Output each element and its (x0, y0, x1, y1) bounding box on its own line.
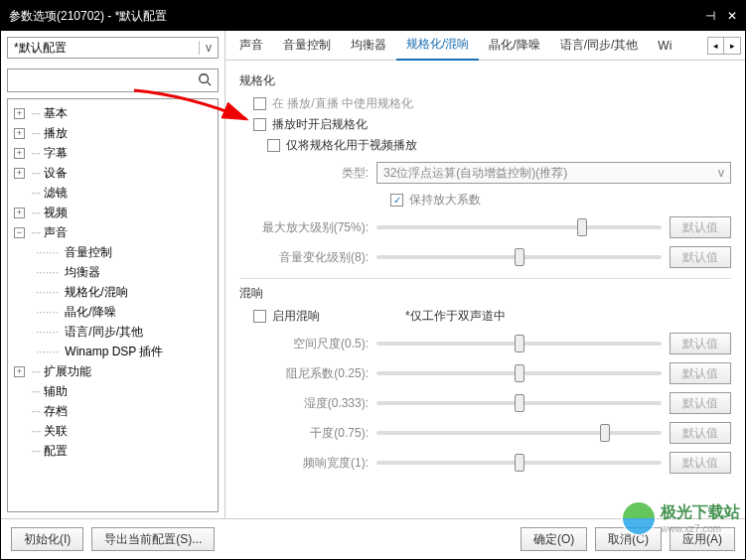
tree-item[interactable]: ····存档 (14, 401, 218, 421)
tree-item-label: 规格化/混响 (65, 282, 127, 302)
vol-change-label: 音量变化级别(8): (239, 249, 369, 266)
tree-item[interactable]: ·······音量控制 (36, 242, 218, 262)
tab[interactable]: 声音 (229, 31, 273, 60)
tree-item-label: 均衡器 (65, 262, 100, 282)
room-default-button[interactable]: 默认值 (670, 333, 731, 354)
cancel-button[interactable]: 取消(C) (595, 527, 662, 551)
tree-item-label: 扩展功能 (44, 361, 91, 381)
search-input-wrap (7, 69, 219, 92)
apply-button[interactable]: 应用(A) (670, 527, 735, 551)
vol-change-default-button[interactable]: 默认值 (670, 246, 731, 268)
dry-slider[interactable] (376, 431, 662, 435)
init-button[interactable]: 初始化(I) (11, 527, 83, 551)
expand-icon[interactable]: + (14, 168, 25, 179)
chk-enable-reverb[interactable]: 启用混响 *仅工作于双声道中 (239, 308, 731, 325)
damp-slider[interactable] (376, 371, 662, 375)
expand-icon[interactable]: + (14, 366, 25, 377)
tree-item[interactable]: ····配置 (14, 441, 218, 461)
width-default-button[interactable]: 默认值 (670, 452, 731, 474)
expand-icon[interactable]: + (14, 148, 25, 159)
nav-tree: +····基本+····播放+····字幕+····设备····滤镜+····视… (8, 103, 218, 461)
tree-item[interactable]: ····辅助 (14, 381, 218, 401)
profile-select[interactable]: *默认配置 v (7, 37, 219, 59)
tab[interactable]: 音量控制 (273, 31, 341, 60)
room-label: 空间尺度(0.5): (239, 336, 369, 352)
tree-item[interactable]: −····声音 (14, 222, 218, 242)
chevron-down-icon: v (199, 41, 212, 55)
tab[interactable]: 语言/同步/其他 (550, 31, 649, 60)
tree-item-label: 视频 (44, 203, 68, 222)
tree-item[interactable]: ·······Winamp DSP 插件 (36, 342, 218, 361)
chk-enable-on-play[interactable]: 播放时开启规格化 (239, 116, 731, 133)
tab[interactable]: Wi (648, 33, 681, 59)
tree-item-label: 存档 (44, 401, 68, 421)
footer: 初始化(I) 导出当前配置(S)... 确定(O) 取消(C) 应用(A) (1, 518, 745, 559)
pin-icon[interactable]: ⊣ (705, 9, 715, 23)
wet-default-button[interactable]: 默认值 (670, 392, 731, 414)
room-slider[interactable] (376, 342, 662, 346)
tree-item-label: 设备 (44, 163, 68, 183)
tree-item-label: 字幕 (44, 143, 68, 163)
max-amp-slider[interactable] (376, 225, 662, 229)
tree-item[interactable]: +····播放 (14, 123, 218, 143)
tree-item[interactable]: ····关联 (14, 421, 218, 441)
tree-item[interactable]: +····基本 (14, 103, 218, 123)
search-icon[interactable] (198, 72, 212, 89)
tree-item-label: 配置 (44, 441, 68, 461)
max-amp-default-button[interactable]: 默认值 (670, 216, 731, 238)
profile-selected-label: *默认配置 (14, 40, 67, 57)
width-slider[interactable] (376, 461, 662, 465)
damp-default-button[interactable]: 默认值 (670, 362, 731, 384)
chk-keep-factor[interactable]: ✓ 保持放大系数 (239, 192, 731, 209)
tree-item-label: 播放 (44, 123, 68, 143)
damp-label: 阻尼系数(0.25): (239, 365, 369, 382)
expand-icon[interactable]: + (14, 128, 25, 139)
checkbox-icon (253, 118, 266, 131)
checkbox-icon (253, 310, 266, 323)
tree-item[interactable]: ····滤镜 (14, 183, 218, 203)
chk-use-in-play[interactable]: 在 播放/直播 中使用规格化 (239, 95, 731, 112)
width-label: 频响宽度(1): (239, 455, 369, 472)
export-button[interactable]: 导出当前配置(S)... (91, 527, 215, 551)
tree-item-label: 基本 (44, 103, 68, 123)
tree-item[interactable]: ·······晶化/降噪 (36, 302, 218, 322)
tab-scroll-right-icon[interactable]: ▸ (724, 38, 740, 54)
tree-item-label: Winamp DSP 插件 (65, 342, 163, 361)
max-amp-label: 最大放大级别(75%): (239, 219, 369, 236)
expand-icon[interactable]: + (14, 208, 25, 218)
tree-item[interactable]: +····设备 (14, 163, 218, 183)
tree-item-label: 滤镜 (44, 183, 68, 203)
tree-item[interactable]: +····视频 (14, 203, 218, 222)
type-label: 类型: (239, 165, 369, 182)
tree-item[interactable]: +····扩展功能 (14, 361, 218, 381)
tree-item[interactable]: +····字幕 (14, 143, 218, 163)
expand-icon[interactable]: + (14, 108, 25, 119)
type-select[interactable]: 32位浮点运算(自动增益控制)(推荐) v (376, 162, 731, 184)
collapse-icon[interactable]: − (14, 227, 25, 238)
window-title: 参数选项(210702) - *默认配置 (9, 8, 167, 25)
window-controls: ⊣ ✕ (705, 9, 737, 23)
tree-item-label: 辅助 (44, 381, 68, 401)
tab-scroll-left-icon[interactable]: ◂ (708, 38, 724, 54)
titlebar: 参数选项(210702) - *默认配置 ⊣ ✕ (1, 1, 745, 31)
tree-item[interactable]: ·······均衡器 (36, 262, 218, 282)
tree-item[interactable]: ·······规格化/混响 (36, 282, 218, 302)
chk-video-only[interactable]: 仅将规格化用于视频播放 (239, 137, 731, 154)
wet-label: 湿度(0.333): (239, 395, 369, 412)
checkbox-icon (267, 139, 280, 152)
tree-item[interactable]: ·······语言/同步/其他 (36, 322, 218, 342)
vol-change-slider[interactable] (376, 255, 662, 259)
search-input[interactable] (14, 73, 198, 87)
normalize-group-title: 规格化 (239, 72, 731, 89)
dry-default-button[interactable]: 默认值 (670, 422, 731, 444)
close-icon[interactable]: ✕ (727, 9, 737, 23)
tab[interactable]: 均衡器 (341, 31, 396, 60)
wet-slider[interactable] (376, 401, 662, 405)
tabs-bar: 声音音量控制均衡器规格化/混响晶化/降噪语言/同步/其他Wi◂▸ (225, 31, 745, 61)
chevron-down-icon: v (718, 166, 724, 180)
checkbox-icon (253, 97, 266, 110)
tree-item-label: 语言/同步/其他 (65, 322, 143, 342)
ok-button[interactable]: 确定(O) (521, 527, 587, 551)
tab[interactable]: 规格化/混响 (396, 31, 479, 61)
tab[interactable]: 晶化/降噪 (479, 31, 549, 60)
